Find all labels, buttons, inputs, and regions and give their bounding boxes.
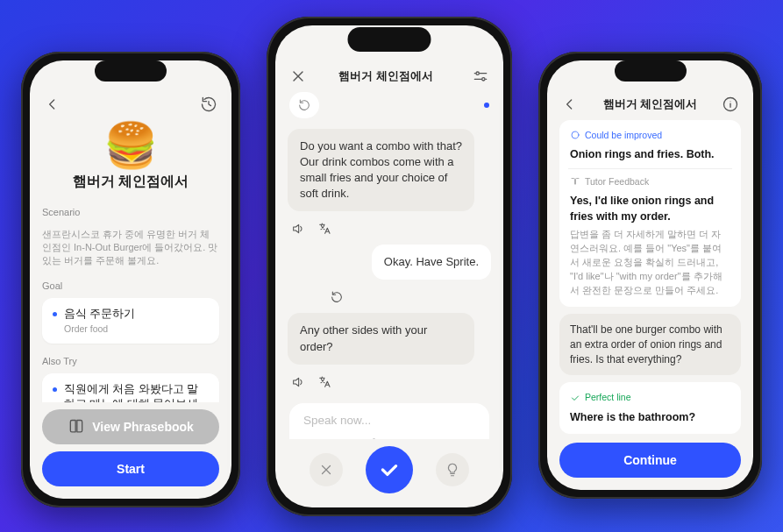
also-try-primary: 직원에게 처음 와봤다고 말하고 메뉴에 대해 물어보세요	[64, 382, 209, 401]
user-line-original: Onion rings and fries. Both.	[570, 147, 730, 163]
could-improve-label: Could be improved	[585, 129, 662, 142]
phone-scenario-setup: 🍔 햄버거 체인점에서 Scenario 샌프란시스코 휴가 중에 유명한 버거…	[21, 52, 240, 507]
message-actions	[288, 218, 491, 238]
screen: 햄버거 체인점에서 Could be improved Onion rings …	[547, 60, 753, 490]
also-try-card[interactable]: 직원에게 처음 와봤다고 말하고 메뉴에 대해 물어보세요 Tell the c…	[42, 373, 219, 401]
continue-label: Continue	[623, 453, 677, 467]
continue-button[interactable]: Continue	[559, 443, 741, 478]
could-improve-tag: Could be improved	[570, 129, 662, 142]
device-notch	[348, 27, 431, 52]
svg-point-14	[730, 101, 731, 102]
bottom-buttons: View Phrasebook Start	[30, 402, 231, 499]
scenario-hero: 🍔 햄버거 체인점에서	[42, 120, 219, 195]
bottom-buttons: Continue	[547, 436, 753, 490]
hint-button[interactable]	[436, 453, 469, 486]
translate-icon[interactable]	[317, 222, 331, 236]
tutor-feedback-tag: Tutor Feedback	[570, 175, 649, 188]
back-icon[interactable]	[561, 96, 579, 113]
scenario-label: Scenario	[42, 207, 219, 217]
goal-card[interactable]: 음식 주문하기 Order food	[42, 298, 219, 344]
svg-marker-9	[294, 378, 299, 386]
speaker-icon[interactable]	[291, 222, 305, 236]
history-icon[interactable]	[200, 96, 217, 113]
speech-controls	[275, 439, 503, 507]
tutor-feedback-label: Tutor Feedback	[585, 175, 649, 188]
confirm-speech-button[interactable]	[366, 446, 413, 493]
speech-input[interactable]: Speak now...	[289, 403, 489, 439]
user-message: Okay. Have Sprite.	[372, 245, 491, 280]
info-icon[interactable]	[722, 96, 739, 113]
cancel-speech-button[interactable]	[310, 453, 343, 486]
screen: 햄버거 체인점에서 Do you want a combo with that?…	[275, 25, 503, 507]
perfect-label: Perfect line	[585, 391, 631, 404]
bot-message: That'll be one burger combo with an extr…	[559, 314, 741, 375]
chat-content: Do you want a combo with that? Our drink…	[275, 92, 503, 439]
close-icon[interactable]	[289, 67, 307, 85]
start-button[interactable]: Start	[42, 451, 219, 486]
svg-marker-8	[294, 225, 299, 233]
start-label: Start	[117, 462, 145, 476]
scenario-content: 🍔 햄버거 체인점에서 Scenario 샌프란시스코 휴가 중에 유명한 버거…	[30, 120, 231, 402]
phone-feedback: 햄버거 체인점에서 Could be improved Onion rings …	[538, 52, 762, 499]
svg-point-2	[476, 72, 479, 74]
perfect-line-text: Where is the bathroom?	[570, 410, 730, 426]
burger-emoji-icon: 🍔	[42, 124, 219, 167]
book-icon	[68, 418, 85, 436]
translate-icon[interactable]	[317, 375, 331, 389]
progress-indicator	[288, 92, 491, 122]
screen: 🍔 햄버거 체인점에서 Scenario 샌프란시스코 휴가 중에 유명한 버거…	[30, 60, 231, 499]
svg-point-15	[572, 131, 579, 138]
goal-label: Goal	[42, 280, 219, 291]
device-notch	[95, 60, 167, 82]
phone-conversation: 햄버거 체인점에서 Do you want a combo with that?…	[267, 17, 512, 516]
feedback-explanation: 답변을 좀 더 자세하게 말하면 더 자연스러워요. 예를 들어 "Yes"를 …	[570, 228, 730, 298]
scenario-description: 샌프란시스코 휴가 중에 유명한 버거 체인점인 In-N-Out Burger…	[42, 228, 219, 268]
speaker-icon[interactable]	[291, 375, 305, 389]
bot-message: Do you want a combo with that? Our drink…	[288, 129, 474, 212]
header-title: 햄버거 체인점에서	[579, 96, 722, 112]
feedback-content: Could be improved Onion rings and fries.…	[547, 120, 753, 436]
retry-icon[interactable]	[330, 290, 344, 304]
replay-icon[interactable]	[289, 92, 319, 118]
message-actions	[288, 372, 491, 391]
back-icon[interactable]	[44, 96, 61, 113]
device-notch	[615, 60, 687, 82]
bot-message: Any other sides with your order?	[288, 313, 474, 364]
perfect-tag: Perfect line	[570, 391, 631, 404]
speech-placeholder: Speak now...	[303, 414, 371, 427]
also-try-label: Also Try	[42, 356, 219, 366]
view-phrasebook-button[interactable]: View Phrasebook	[42, 409, 219, 444]
header-title: 햄버거 체인점에서	[307, 68, 465, 84]
dot-icon	[484, 103, 489, 108]
list-item: 직원에게 처음 와봤다고 말하고 메뉴에 대해 물어보세요 Tell the c…	[53, 382, 209, 401]
goal-secondary: Order food	[64, 323, 209, 336]
header-right	[465, 67, 489, 85]
goal-primary: 음식 주문하기	[64, 307, 209, 322]
scenario-title: 햄버거 체인점에서	[42, 173, 219, 191]
suggested-line: Yes, I'd like onion rings and fries with…	[570, 194, 730, 224]
perfect-card: Perfect line Where is the bathroom?	[559, 382, 741, 434]
phrasebook-label: View Phrasebook	[92, 420, 194, 434]
svg-point-5	[482, 77, 485, 80]
user-message-actions	[288, 287, 491, 306]
divider	[568, 168, 732, 169]
settings-sliders-icon[interactable]	[472, 67, 489, 85]
goal-row: 음식 주문하기 Order food	[53, 307, 209, 336]
feedback-card: Could be improved Onion rings and fries.…	[559, 120, 741, 307]
